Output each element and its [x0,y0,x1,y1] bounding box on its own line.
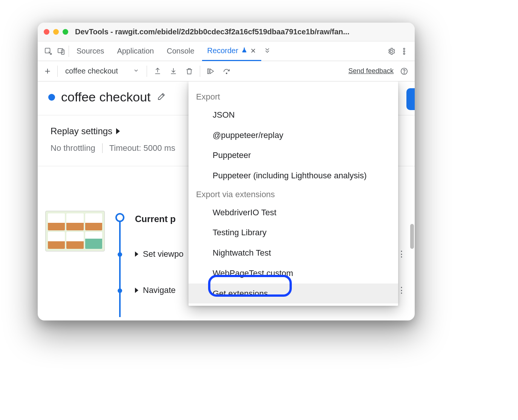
settings-icon[interactable] [386,46,397,57]
caret-right-icon [135,251,138,257]
timeout-value: Timeout: 5000 ms [109,143,175,153]
recording-select-label: coffee checkout [65,67,118,75]
export-extensions-header: Export via extensions [189,186,398,202]
step-icon[interactable] [205,66,216,77]
separator [57,66,58,77]
window-title: DevTools - rawgit.com/ebidel/2d2bb0cdec3… [75,28,409,36]
close-window-icon[interactable] [44,29,49,35]
edit-title-icon[interactable] [157,92,166,103]
step-row[interactable]: Navigate [135,285,176,295]
svg-point-5 [403,53,405,54]
current-page-label: Current p [135,214,176,224]
caret-right-icon [116,128,120,134]
replay-settings-label: Replay settings [51,126,112,136]
svg-rect-6 [207,69,209,74]
svg-point-9 [404,72,404,73]
page-thumbnail [45,211,105,251]
delete-icon[interactable] [184,66,195,77]
step-menu-icon[interactable]: ⋮ [397,249,406,259]
window-controls [44,29,68,35]
svg-rect-1 [58,48,63,52]
export-item-puppeteer[interactable]: Puppeteer [189,145,398,166]
svg-point-4 [403,51,405,52]
export-section-header: Export [189,88,398,105]
svg-point-3 [403,48,405,49]
recording-select[interactable]: coffee checkout [63,67,141,75]
export-item-puppeteer-lighthouse[interactable]: Puppeteer (including Lighthouse analysis… [189,166,398,186]
step-label: Navigate [143,285,176,295]
recorder-toolbar: + coffee checkout Send feedback [38,61,415,81]
new-recording-icon[interactable]: + [43,65,52,77]
maximize-window-icon[interactable] [63,29,68,35]
caret-right-icon [135,288,138,293]
chevron-down-icon [133,67,139,75]
tab-recorder[interactable]: Recorder ✕ [202,41,261,61]
import-icon[interactable] [168,66,179,77]
svg-point-7 [226,73,227,74]
export-dropdown: Export JSON @puppeteer/replay Puppeteer … [189,81,398,306]
export-item-webdriverio[interactable]: WebdriverIO Test [189,202,398,223]
step-row[interactable]: Set viewpo [135,249,184,259]
separator [147,66,147,77]
timeline [115,211,117,302]
tab-console[interactable]: Console [161,41,199,61]
kebab-menu-icon[interactable] [399,46,409,57]
device-toggle-icon[interactable] [56,46,66,57]
devtools-window: DevTools - rawgit.com/ebidel/2d2bb0cdec3… [38,23,415,320]
titlebar: DevTools - rawgit.com/ebidel/2d2bb0cdec3… [38,23,415,41]
panel-tabbar: Sources Application Console Recorder ✕ [38,41,415,61]
step-label: Set viewpo [143,249,184,259]
recording-title: coffee checkout [61,90,151,104]
separator [200,66,200,77]
tab-application[interactable]: Application [112,41,159,61]
separator [69,46,69,57]
export-item-testing-library[interactable]: Testing Library [189,222,398,243]
export-item-puppeteer-replay[interactable]: @puppeteer/replay [189,125,398,146]
timeline-node-icon [118,252,122,257]
close-tab-icon[interactable]: ✕ [250,47,256,55]
timeline-node-icon [118,288,122,293]
minimize-window-icon[interactable] [53,29,59,35]
throttling-value: No throttling [51,143,95,153]
scrollbar-thumb[interactable] [410,224,414,249]
export-item-get-extensions[interactable]: Get extensions… [189,284,398,304]
export-item-webpagetest[interactable]: WebPageTest custom [189,263,398,284]
tab-sources[interactable]: Sources [71,41,109,61]
more-tabs-icon[interactable] [264,47,271,55]
flask-icon [241,47,247,55]
export-item-nightwatch[interactable]: Nightwatch Test [189,243,398,263]
replay-button-edge[interactable] [406,88,415,110]
separator [102,143,103,153]
send-feedback-link[interactable]: Send feedback [348,67,394,75]
step-menu-icon[interactable]: ⋮ [397,285,406,295]
recording-indicator-icon [48,94,55,101]
inspect-icon[interactable] [43,46,54,57]
help-icon[interactable] [399,66,409,77]
export-item-json[interactable]: JSON [189,105,398,125]
timeline-start-icon [115,213,124,222]
step-over-icon[interactable] [221,66,232,77]
recorder-content: coffee checkout Replay settings No throt… [38,81,415,320]
export-icon[interactable] [152,66,163,77]
